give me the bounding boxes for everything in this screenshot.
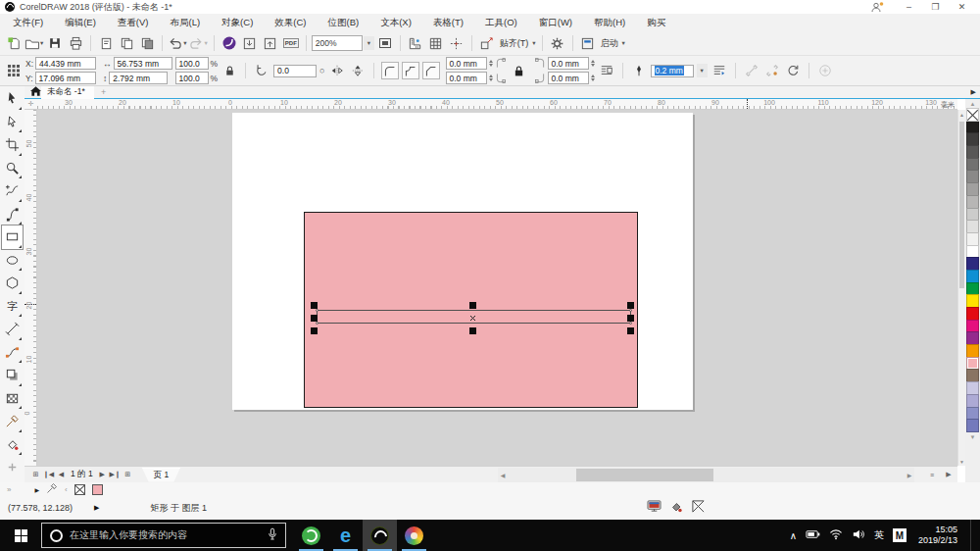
object-height-field[interactable]: 2.792 mm: [109, 72, 168, 84]
open-button[interactable]: ▾: [24, 33, 44, 53]
scroll-down-icon[interactable]: ▼: [958, 457, 965, 466]
collapse-swatch-icon[interactable]: ‹: [65, 485, 68, 494]
ruler-origin-icon[interactable]: ✛: [24, 99, 37, 110]
corner-radius-bl-field[interactable]: 0.0 mm: [446, 72, 487, 84]
vertical-ruler[interactable]: 50403020100: [24, 110, 37, 466]
outline-width-dropdown-icon[interactable]: ▾: [697, 64, 708, 77]
open-dropdown-icon[interactable]: ▾: [40, 39, 43, 47]
taskbar-clock[interactable]: 15:05 2019/2/13: [918, 525, 957, 546]
snap-to-icon[interactable]: [477, 33, 497, 53]
copy-button[interactable]: [117, 33, 136, 53]
snap-to-label[interactable]: 贴齐(T): [500, 37, 529, 50]
corner-tl-spinner[interactable]: [489, 60, 493, 67]
previous-page-icon[interactable]: ◀: [55, 471, 68, 478]
crop-tool[interactable]: [2, 133, 23, 157]
text-wrap-icon[interactable]: [598, 62, 615, 79]
palette-no-color-swatch[interactable]: [966, 108, 979, 122]
new-document-button[interactable]: [4, 33, 24, 53]
undo-dropdown-icon[interactable]: ▾: [183, 39, 186, 47]
taskbar-search-box[interactable]: 在这里输入你要搜索的内容: [41, 523, 286, 548]
corner-node[interactable]: [316, 322, 318, 325]
text-tool[interactable]: 字: [2, 295, 23, 319]
polygon-tool[interactable]: [2, 272, 23, 295]
publish-pdf-button[interactable]: PDF: [281, 33, 301, 53]
menu-item[interactable]: 帮助(H): [583, 17, 636, 29]
display-color-settings-icon[interactable]: [647, 500, 662, 515]
close-button[interactable]: ✕: [949, 1, 975, 14]
scroll-right-icon[interactable]: ▶: [905, 472, 914, 478]
palette-color-swatch[interactable]: [966, 407, 979, 421]
taskbar-app-browser[interactable]: [294, 520, 328, 551]
scroll-up-icon[interactable]: ▲: [958, 110, 965, 119]
palette-color-swatch[interactable]: [966, 220, 979, 233]
horizontal-scrollbar[interactable]: ◀ ▶: [498, 468, 914, 482]
selection-handle[interactable]: [627, 327, 634, 334]
taskbar-app-paint[interactable]: [397, 520, 431, 551]
page-tab[interactable]: 页 1: [142, 468, 181, 482]
launcher-dropdown-icon[interactable]: ▾: [622, 39, 625, 47]
shape-tool[interactable]: [2, 111, 23, 134]
hidden-icons-chevron[interactable]: ∧: [790, 530, 797, 541]
fill-color-indicator[interactable]: [669, 500, 683, 516]
corner-br-spinner[interactable]: [591, 75, 595, 81]
chamfered-corner-button[interactable]: [422, 62, 440, 79]
menu-item[interactable]: 购买: [636, 17, 676, 29]
connector-tool[interactable]: [2, 341, 23, 365]
undo-button[interactable]: ▾: [168, 33, 187, 53]
y-position-field[interactable]: 17.096 mm: [35, 72, 96, 84]
eyedropper-tool[interactable]: [2, 410, 23, 433]
palette-color-swatch[interactable]: [966, 270, 979, 283]
ime-icon[interactable]: M: [893, 528, 906, 542]
vertical-scroll-thumb[interactable]: [959, 122, 964, 288]
palette-options-icon[interactable]: ≡: [925, 468, 939, 481]
corner-tr-spinner[interactable]: [591, 60, 595, 67]
drop-shadow-tool[interactable]: [2, 364, 23, 387]
horizontal-scroll-thumb[interactable]: [576, 469, 713, 481]
horizontal-ruler[interactable]: 毫米 3020100102030405060708090100110120130: [37, 99, 957, 110]
selection-handle[interactable]: [627, 315, 634, 322]
menu-item[interactable]: 编辑(E): [54, 17, 107, 29]
volume-icon[interactable]: [852, 528, 865, 542]
battery-icon[interactable]: [806, 528, 820, 542]
wifi-icon[interactable]: [829, 528, 843, 542]
corner-node[interactable]: [629, 322, 632, 325]
import-button[interactable]: [240, 33, 260, 53]
palette-color-swatch[interactable]: [966, 170, 979, 183]
rectangle-tool[interactable]: [2, 225, 23, 249]
paste-button[interactable]: [137, 33, 157, 53]
save-button[interactable]: [45, 33, 65, 53]
palette-color-swatch[interactable]: [966, 257, 979, 271]
selection-handle[interactable]: [469, 327, 476, 334]
ellipse-tool[interactable]: [2, 249, 23, 273]
x-position-field[interactable]: 44.439 mm: [35, 57, 96, 70]
palette-color-swatch[interactable]: [966, 245, 979, 259]
overflow-chevron-icon[interactable]: »: [7, 485, 11, 494]
corner-radius-br-field[interactable]: 0.0 mm: [548, 72, 589, 84]
recent-fill-swatch[interactable]: [92, 484, 103, 495]
freehand-tool[interactable]: [2, 179, 23, 203]
minimize-button[interactable]: –: [896, 1, 922, 14]
start-button[interactable]: [0, 520, 41, 551]
scale-v-field[interactable]: 100.0: [175, 72, 209, 84]
add-page-start-icon[interactable]: ⊞: [29, 471, 42, 478]
scalloped-corner-button[interactable]: [402, 62, 419, 79]
menu-item[interactable]: 工具(O): [474, 17, 528, 29]
corner-bl-spinner[interactable]: [489, 75, 493, 81]
corner-radius-tl-field[interactable]: 0.0 mm: [446, 57, 487, 70]
palette-color-swatch[interactable]: [966, 307, 979, 321]
dimension-tool[interactable]: [2, 318, 23, 341]
mirror-vertical-icon[interactable]: [349, 62, 367, 79]
outline-width-combo[interactable]: 0.2 mm: [651, 65, 694, 77]
selection-center-marker[interactable]: [469, 314, 476, 324]
taskbar-app-coreldraw[interactable]: [363, 520, 397, 551]
show-guidelines-button[interactable]: [447, 33, 466, 53]
selection-handle[interactable]: [469, 302, 476, 309]
selection-handle[interactable]: [311, 327, 318, 334]
palette-color-swatch[interactable]: [966, 195, 979, 209]
corner-lock-icon[interactable]: [511, 62, 528, 79]
mirror-horizontal-icon[interactable]: [328, 62, 346, 79]
microphone-icon[interactable]: [268, 527, 277, 543]
palette-color-swatch[interactable]: [966, 357, 979, 371]
print-button[interactable]: [66, 33, 85, 53]
zoom-level-combo[interactable]: 200%: [312, 35, 363, 51]
